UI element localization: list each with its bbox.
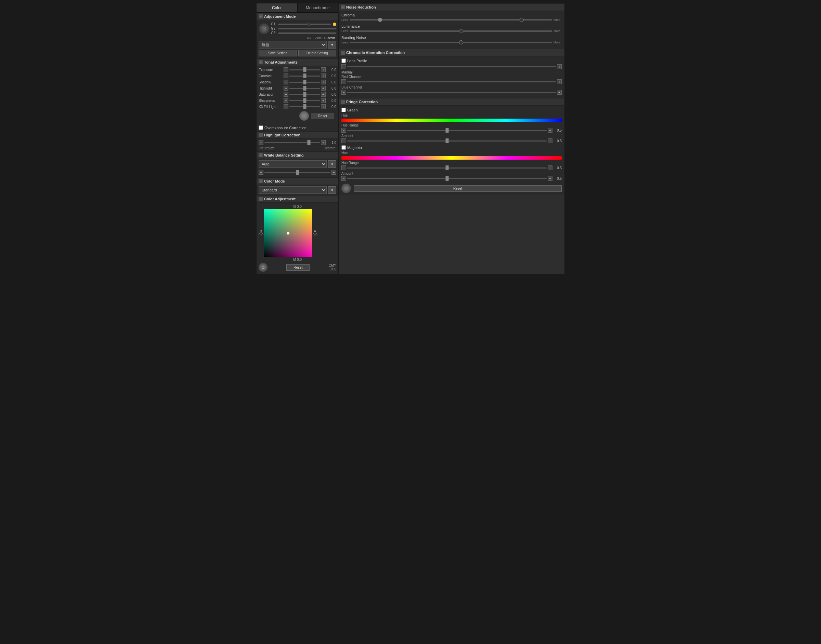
highlight-slider-row: − + 1.0	[258, 140, 336, 145]
g1-track[interactable]	[278, 24, 331, 25]
highlight-track[interactable]	[289, 86, 320, 90]
x3fill-row: X3 Fill Light − + 0.0	[258, 104, 336, 109]
contrast-minus[interactable]: −	[284, 74, 288, 78]
saturation-plus[interactable]: +	[321, 92, 326, 97]
tab-monochrome[interactable]: Monochrome	[298, 3, 339, 12]
wb-track[interactable]	[264, 170, 331, 175]
shadow-track[interactable]	[289, 80, 320, 84]
hc-track[interactable]	[264, 140, 320, 145]
fringe-icon-btn[interactable]: ⊙	[341, 184, 351, 193]
save-setting-button[interactable]: Save Setting	[258, 50, 297, 57]
collapse-wb[interactable]: −	[258, 153, 263, 157]
red-channel-minus[interactable]: −	[341, 79, 346, 84]
color-mode-select[interactable]: Standard	[258, 186, 327, 194]
sharpness-track[interactable]	[289, 98, 320, 103]
exposure-track[interactable]	[289, 67, 320, 72]
saturation-track[interactable]	[289, 92, 320, 97]
ca-corr-content: Lens Profile − + Manual Red Channel − + …	[339, 57, 564, 98]
cm-arrow-btn[interactable]: ▼	[328, 186, 336, 194]
green-hue-range-minus[interactable]: −	[341, 128, 346, 133]
preset-arrow-btn[interactable]: ▼	[328, 41, 336, 49]
g3-track[interactable]	[278, 32, 336, 34]
save-delete-row: Save Setting Delete Setting	[258, 50, 336, 57]
saturation-minus[interactable]: −	[284, 92, 288, 97]
magenta-checkbox[interactable]	[341, 145, 346, 150]
collapse-color-adj[interactable]: −	[258, 197, 263, 201]
tonal-title: Tonal Adjustments	[264, 60, 298, 64]
collapse-noise[interactable]: −	[341, 5, 345, 9]
green-hue-range-track[interactable]	[347, 130, 547, 131]
x3fill-minus[interactable]: −	[284, 104, 288, 109]
sharpness-minus[interactable]: −	[284, 98, 288, 103]
collapse-tonal[interactable]: −	[258, 60, 263, 64]
color-grid-canvas[interactable]	[264, 209, 312, 257]
ca-a-value: 0.0	[313, 233, 317, 237]
wb-minus[interactable]: −	[258, 170, 263, 175]
magenta-amount-plus[interactable]: +	[548, 176, 552, 181]
tab-color[interactable]: Color	[257, 3, 298, 12]
green-amount-plus[interactable]: +	[548, 138, 552, 143]
magenta-hue-range-track[interactable]	[347, 167, 547, 169]
g2-track[interactable]	[278, 28, 336, 29]
highlight-minus[interactable]: −	[284, 86, 288, 90]
wb-title: White Balance Setting	[264, 153, 304, 157]
reset-button[interactable]: Reset	[311, 113, 334, 119]
ca-reset-button[interactable]: Reset	[286, 264, 310, 271]
overexposure-checkbox[interactable]	[258, 126, 263, 130]
green-amount-minus[interactable]: −	[341, 138, 346, 143]
magenta-hue-range-plus[interactable]: +	[548, 166, 552, 170]
shadow-row: Shadow − + 0.0	[258, 80, 336, 84]
x3fill-plus[interactable]: +	[321, 104, 326, 109]
collapse-fringe[interactable]: −	[341, 100, 345, 104]
magenta-amount-track[interactable]	[347, 178, 547, 179]
shadow-value: 0.0	[327, 80, 336, 84]
blue-channel-plus[interactable]: +	[557, 90, 562, 95]
delete-setting-button[interactable]: Delete Setting	[298, 50, 337, 57]
hc-minus[interactable]: −	[258, 140, 263, 145]
ca-eyedrop-btn[interactable]: ⊙	[258, 263, 268, 272]
x3fill-track[interactable]	[289, 104, 320, 109]
shadow-plus[interactable]: +	[321, 80, 326, 84]
green-amount-track[interactable]	[347, 141, 547, 141]
blue-channel-minus[interactable]: −	[341, 90, 346, 95]
magenta-amount-minus[interactable]: −	[341, 176, 346, 181]
collapse-highlight[interactable]: −	[258, 133, 263, 137]
fringe-reset-button[interactable]: Reset	[354, 185, 562, 192]
lens-track[interactable]	[347, 66, 556, 67]
red-channel-track[interactable]	[347, 81, 556, 82]
chroma-more: More	[553, 18, 562, 21]
collapse-adjustment-mode[interactable]: −	[258, 14, 263, 18]
collapse-ca-corr[interactable]: −	[341, 51, 345, 55]
hc-plus[interactable]: +	[321, 140, 326, 145]
chroma-track[interactable]	[350, 19, 552, 20]
contrast-plus[interactable]: +	[321, 74, 326, 78]
banding-track[interactable]	[350, 42, 552, 43]
wb-arrow-btn[interactable]: ▼	[328, 160, 336, 168]
highlight-plus[interactable]: +	[321, 86, 326, 90]
green-hue-range-plus[interactable]: +	[548, 128, 552, 133]
red-channel-plus[interactable]: +	[557, 79, 562, 84]
sharpness-label: Sharpness	[258, 99, 283, 103]
contrast-track[interactable]	[289, 74, 320, 78]
preset-select[interactable]: 無題	[258, 41, 327, 49]
sharpness-plus[interactable]: +	[321, 98, 326, 103]
wb-content: Auto ▼ − +	[257, 159, 338, 178]
exposure-minus[interactable]: −	[284, 67, 288, 72]
magenta-hue-range-minus[interactable]: −	[341, 166, 346, 170]
shadow-minus[interactable]: −	[284, 80, 288, 84]
luminance-track[interactable]	[350, 31, 552, 32]
green-checkbox[interactable]	[341, 108, 346, 112]
ca-cmy-label: CMY 0.00	[329, 264, 336, 271]
wb-plus[interactable]: +	[332, 170, 336, 175]
blue-channel-track[interactable]	[347, 92, 556, 93]
highlight-value: 0.0	[327, 86, 336, 90]
lens-profile-checkbox[interactable]	[341, 58, 346, 63]
collapse-color-mode[interactable]: −	[258, 179, 263, 183]
exposure-plus[interactable]: +	[321, 67, 326, 72]
lens-minus[interactable]: −	[341, 64, 346, 69]
preset-row: 無題 ▼	[258, 41, 336, 49]
chroma-less: Less	[341, 18, 348, 21]
lens-plus[interactable]: +	[557, 64, 562, 69]
magenta-amount-value: 0.5	[553, 177, 562, 181]
wb-select[interactable]: Auto	[258, 160, 327, 168]
